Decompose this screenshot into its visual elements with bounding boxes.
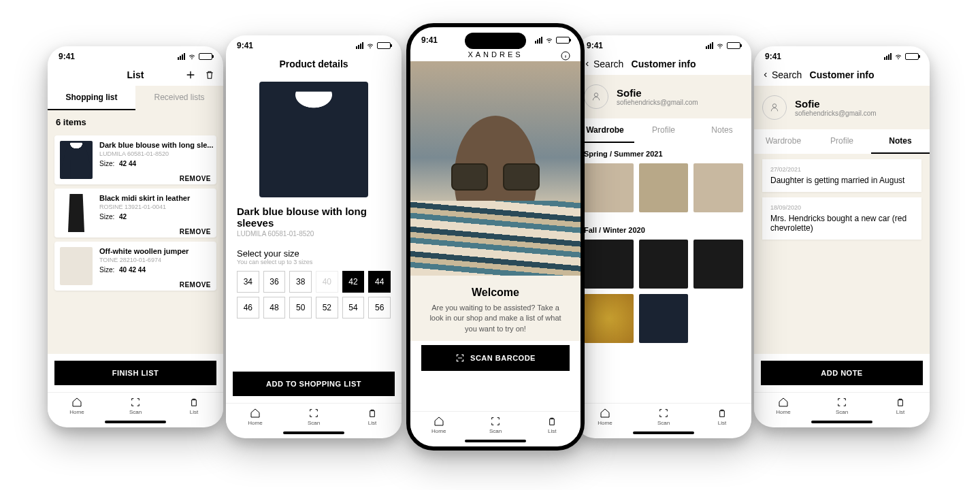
list-tabs: Shopping list Received lists bbox=[48, 86, 223, 110]
tab-notes[interactable]: Notes bbox=[693, 118, 751, 143]
trash-icon[interactable] bbox=[204, 69, 215, 80]
add-to-list-button[interactable]: ADD TO SHOPPING LIST bbox=[233, 372, 395, 396]
wardrobe-item[interactable] bbox=[693, 163, 743, 212]
status-bar: 9:41 bbox=[576, 35, 751, 53]
customer-tabs: Wardrobe Profile Notes bbox=[754, 129, 930, 154]
product-sku: LUDMILA 60581-01-8520 bbox=[226, 230, 402, 244]
remove-button[interactable]: REMOVE bbox=[180, 175, 211, 182]
nav-scan[interactable]: Scan bbox=[467, 412, 523, 437]
size-option[interactable]: 52 bbox=[316, 297, 338, 318]
nav-scan[interactable]: Scan bbox=[106, 393, 165, 418]
nav-scan[interactable]: Scan bbox=[634, 404, 693, 429]
size-option[interactable]: 50 bbox=[289, 297, 312, 318]
wardrobe-item[interactable] bbox=[693, 240, 743, 289]
back-button[interactable]: Search bbox=[762, 69, 802, 80]
tab-received-lists[interactable]: Received lists bbox=[135, 86, 223, 110]
wifi-icon bbox=[187, 53, 197, 60]
customer-header: Search Customer info bbox=[576, 53, 751, 75]
wardrobe-item[interactable] bbox=[639, 240, 689, 289]
size-option[interactable]: 46 bbox=[237, 297, 259, 318]
scan-barcode-button[interactable]: SCAN BARCODE bbox=[421, 345, 570, 371]
wardrobe-item[interactable] bbox=[584, 294, 634, 343]
nav-list[interactable]: List bbox=[343, 404, 402, 429]
nav-list[interactable]: List bbox=[871, 393, 930, 418]
nav-home[interactable]: Home bbox=[754, 393, 813, 418]
size-option[interactable]: 38 bbox=[289, 271, 312, 293]
note-card[interactable]: 18/09/2020 Mrs. Hendricks bought a new c… bbox=[762, 197, 921, 240]
nav-home[interactable]: Home bbox=[48, 393, 106, 418]
size-option[interactable]: 54 bbox=[342, 297, 365, 318]
avatar bbox=[762, 95, 787, 120]
wardrobe-item[interactable] bbox=[584, 163, 634, 212]
phone-list: 9:41 List Shopping list Received lists 6… bbox=[48, 46, 223, 427]
notch bbox=[465, 33, 526, 49]
tab-wardrobe[interactable]: Wardrobe bbox=[754, 129, 813, 154]
season-label: Fall / Winter 2020 bbox=[576, 219, 751, 237]
nav-scan[interactable]: Scan bbox=[813, 393, 871, 418]
item-size: Size: 40 42 44 bbox=[99, 266, 211, 274]
bottom-nav: Home Scan List bbox=[754, 392, 930, 418]
remove-button[interactable]: REMOVE bbox=[180, 228, 211, 235]
chevron-left-icon bbox=[584, 60, 591, 68]
nav-home[interactable]: Home bbox=[410, 412, 467, 437]
status-bar: 9:41 bbox=[48, 46, 223, 64]
nav-list[interactable]: List bbox=[165, 393, 223, 418]
wardrobe-item[interactable] bbox=[639, 294, 689, 343]
size-option[interactable]: 56 bbox=[368, 297, 391, 318]
list-header: List bbox=[48, 64, 223, 86]
size-option[interactable]: 44 bbox=[368, 271, 391, 293]
item-thumb bbox=[60, 194, 93, 232]
status-time: 9:41 bbox=[237, 41, 253, 50]
battery-icon bbox=[377, 42, 391, 49]
nav-list[interactable]: List bbox=[524, 412, 581, 437]
battery-icon bbox=[905, 53, 919, 60]
wardrobe-item[interactable] bbox=[639, 163, 689, 212]
remove-button[interactable]: REMOVE bbox=[180, 281, 211, 289]
list-item[interactable]: Dark blue blouse with long sle... LUDMIL… bbox=[54, 135, 216, 184]
list-item[interactable]: Off-white woollen jumper TOINE 28210-01-… bbox=[54, 242, 216, 291]
size-option[interactable]: 34 bbox=[237, 271, 259, 293]
welcome-block: Welcome Are you waiting to be assisted? … bbox=[410, 276, 581, 341]
size-option[interactable]: 42 bbox=[342, 271, 365, 293]
product-name: Dark blue blouse with long sleeves bbox=[226, 204, 402, 230]
customer-summary: Sofie sofiehendricks@gmail.com bbox=[754, 86, 930, 129]
note-text: Daughter is getting married in August bbox=[770, 176, 913, 185]
wardrobe-grid bbox=[576, 237, 751, 350]
customer-summary: Sofie sofiehendricks@gmail.com bbox=[576, 75, 751, 118]
back-button[interactable]: Search bbox=[584, 59, 623, 69]
phone-customer-wardrobe: 9:41 Search Customer info Sofie sofiehen… bbox=[576, 35, 751, 438]
size-option[interactable]: 48 bbox=[263, 297, 286, 318]
item-name: Off-white woollen jumper bbox=[99, 247, 211, 255]
size-hint: You can select up to 3 sizes bbox=[226, 259, 402, 271]
status-bar: 9:41 bbox=[754, 46, 930, 64]
bottom-nav: Home Scan List bbox=[48, 392, 223, 418]
product-image bbox=[259, 82, 368, 197]
nav-scan[interactable]: Scan bbox=[284, 404, 343, 429]
wardrobe-item[interactable] bbox=[584, 240, 634, 289]
note-card[interactable]: 27/02/2021 Daughter is getting married i… bbox=[762, 159, 921, 192]
scan-icon bbox=[455, 353, 465, 363]
nav-home[interactable]: Home bbox=[226, 404, 284, 429]
item-size: Size: 42 bbox=[99, 213, 211, 220]
season-label: Spring / Summer 2021 bbox=[576, 143, 751, 161]
status-icons bbox=[535, 37, 570, 44]
signal-icon bbox=[535, 37, 542, 44]
wifi-icon bbox=[365, 42, 375, 49]
finish-list-button[interactable]: FINISH LIST bbox=[54, 361, 216, 385]
chevron-left-icon bbox=[762, 71, 769, 79]
size-option[interactable]: 40 bbox=[316, 271, 338, 293]
nav-list[interactable]: List bbox=[693, 404, 751, 429]
tab-shopping-list[interactable]: Shopping list bbox=[48, 86, 135, 110]
size-option[interactable]: 36 bbox=[263, 271, 286, 293]
list-item[interactable]: Black midi skirt in leather ROSINE 13921… bbox=[54, 189, 216, 238]
signal-icon bbox=[178, 53, 185, 60]
item-sku: TOINE 28210-01-6974 bbox=[99, 257, 211, 263]
item-count: 6 items bbox=[48, 110, 223, 131]
tab-notes[interactable]: Notes bbox=[871, 129, 930, 154]
home-indicator bbox=[633, 431, 694, 434]
tab-profile[interactable]: Profile bbox=[634, 118, 693, 143]
size-label: Select your size bbox=[226, 244, 402, 259]
tab-profile[interactable]: Profile bbox=[813, 129, 871, 154]
add-icon[interactable] bbox=[185, 69, 196, 80]
add-note-button[interactable]: ADD NOTE bbox=[761, 361, 923, 385]
